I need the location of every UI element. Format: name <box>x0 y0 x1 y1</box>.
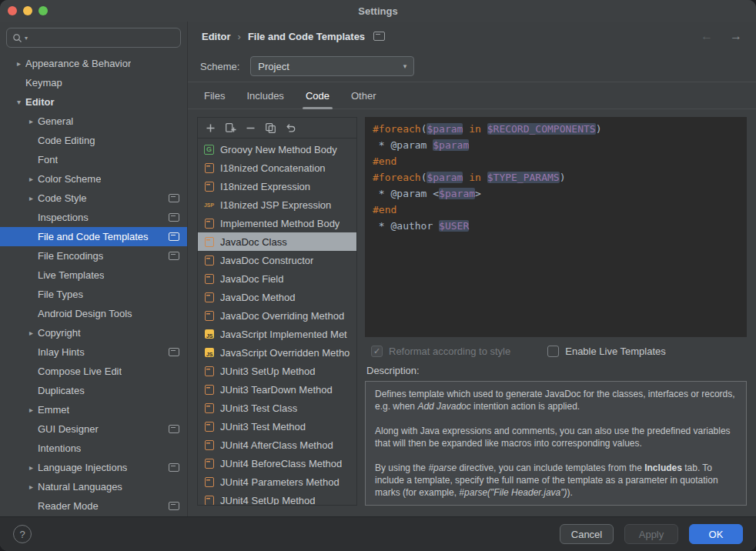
chevron-right-icon[interactable]: ▸ <box>25 463 38 472</box>
template-item-junit4-beforeclass-method[interactable]: JUnit4 BeforeClass Method <box>198 454 356 473</box>
template-item-label: JavaScript Implemented Met <box>220 329 347 340</box>
sidebar-item-label: Copyright <box>38 327 81 339</box>
back-arrow-icon[interactable]: ← <box>701 30 713 42</box>
template-item-javascript-implemented-met[interactable]: JSJavaScript Implemented Met <box>198 325 356 343</box>
chevron-right-icon[interactable]: ▸ <box>25 483 38 491</box>
ok-button[interactable]: OK <box>689 524 743 544</box>
template-detail-panel: #foreach($param in $RECORD_COMPONENTS) *… <box>365 117 747 506</box>
template-item-junit3-setup-method[interactable]: JUnit3 SetUp Method <box>198 362 356 380</box>
template-item-i18nized-expression[interactable]: I18nized Expression <box>198 177 356 195</box>
code-line: #foreach($param in $RECORD_COMPONENTS) <box>373 121 739 137</box>
sidebar-item-inlay-hints[interactable]: Inlay Hints <box>0 342 187 362</box>
sidebar-item-label: File Types <box>38 289 83 300</box>
forward-arrow-icon[interactable]: → <box>730 30 742 42</box>
sidebar-item-label: Code Editing <box>38 135 95 146</box>
add-button[interactable] <box>205 122 216 134</box>
tab-code[interactable]: Code <box>296 82 340 109</box>
template-item-junit4-setup-method[interactable]: JUnit4 SetUp Method <box>198 491 356 505</box>
reformat-checkbox[interactable]: ✓ Reformat according to style <box>371 346 510 357</box>
template-item-javadoc-class[interactable]: JavaDoc Class <box>198 232 356 251</box>
template-item-i18nized-concatenation[interactable]: I18nized Concatenation <box>198 159 356 177</box>
traffic-lights <box>0 6 48 15</box>
remove-button[interactable] <box>245 122 256 134</box>
sidebar-item-language-injections[interactable]: ▸Language Injections <box>0 458 187 477</box>
template-item-label: JavaScript Overridden Metho <box>220 347 350 359</box>
enable-live-templates-checkbox[interactable]: Enable Live Templates <box>547 346 666 357</box>
template-icon <box>205 496 214 506</box>
sidebar-item-gui-designer[interactable]: GUI Designer <box>0 419 187 439</box>
template-item-i18nized-jsp-expression[interactable]: JSPI18nized JSP Expression <box>198 195 356 214</box>
chevron-right-icon[interactable]: ▸ <box>12 59 25 68</box>
template-item-junit4-parameters-method[interactable]: JUnit4 Parameters Method <box>198 473 356 491</box>
search-history-chevron-icon[interactable]: ▾ <box>25 35 28 42</box>
duplicate-button[interactable] <box>265 122 276 134</box>
sidebar-item-code-style[interactable]: ▸Code Style <box>0 189 187 208</box>
copy-button[interactable] <box>225 122 236 134</box>
chevron-right-icon[interactable]: ▸ <box>25 175 38 183</box>
sidebar-item-android-design-tools[interactable]: Android Design Tools <box>0 304 187 323</box>
template-item-implemented-method-body[interactable]: Implemented Method Body <box>198 214 356 232</box>
revert-button[interactable] <box>285 122 296 134</box>
monitor-icon <box>169 213 179 222</box>
template-item-junit3-test-method[interactable]: JUnit3 Test Method <box>198 417 356 436</box>
tab-other[interactable]: Other <box>341 82 386 109</box>
sidebar-item-code-editing[interactable]: Code Editing <box>0 131 187 150</box>
template-icon <box>205 403 214 413</box>
monitor-icon <box>169 463 179 472</box>
template-item-junit3-teardown-method[interactable]: JUnit3 TearDown Method <box>198 380 356 399</box>
sidebar-item-inspections[interactable]: Inspections <box>0 208 187 227</box>
settings-search-input[interactable] <box>30 32 175 45</box>
template-item-javascript-overridden-metho[interactable]: JSJavaScript Overridden Metho <box>198 343 356 362</box>
chevron-right-icon[interactable]: ▸ <box>25 406 38 414</box>
sidebar-item-keymap[interactable]: Keymap <box>0 73 187 92</box>
description-label: Description: <box>365 365 747 381</box>
breadcrumb-editor[interactable]: Editor <box>202 31 231 42</box>
template-item-label: Groovy New Method Body <box>220 144 337 155</box>
chevron-right-icon[interactable]: ▸ <box>25 329 38 337</box>
template-item-javadoc-overriding-method[interactable]: JavaDoc Overriding Method <box>198 306 356 325</box>
chevron-right-icon[interactable]: ▸ <box>25 117 38 125</box>
search-box[interactable]: ▾ <box>6 28 181 48</box>
template-item-label: I18nized Expression <box>220 181 310 192</box>
sidebar-item-live-templates[interactable]: Live Templates <box>0 265 187 285</box>
sidebar-item-emmet[interactable]: ▸Emmet <box>0 400 187 419</box>
remove-icon <box>245 122 256 134</box>
template-item-junit4-afterclass-method[interactable]: JUnit4 AfterClass Method <box>198 436 356 454</box>
sidebar-item-appearance-behavior[interactable]: ▸Appearance & Behavior <box>0 54 187 73</box>
template-item-groovy-new-method-body[interactable]: GGroovy New Method Body <box>198 140 356 159</box>
sidebar-item-file-encodings[interactable]: File Encodings <box>0 246 187 265</box>
sidebar-item-duplicates[interactable]: Duplicates <box>0 381 187 400</box>
template-icon <box>205 182 214 192</box>
apply-button[interactable]: Apply <box>624 524 678 544</box>
template-editor[interactable]: #foreach($param in $RECORD_COMPONENTS) *… <box>365 117 747 337</box>
minimize-button[interactable] <box>23 6 32 15</box>
chevron-right-icon[interactable]: ▸ <box>25 194 38 202</box>
monitor-icon <box>169 252 179 260</box>
breadcrumb-separator: › <box>238 31 241 42</box>
template-item-javadoc-method[interactable]: JavaDoc Method <box>198 288 356 306</box>
sidebar-item-intentions[interactable]: Intentions <box>0 439 187 458</box>
cancel-button[interactable]: Cancel <box>560 524 614 544</box>
template-item-junit3-test-class[interactable]: JUnit3 Test Class <box>198 399 356 417</box>
tab-includes[interactable]: Includes <box>236 82 293 109</box>
sidebar-item-file-and-code-templates[interactable]: File and Code Templates <box>0 227 187 246</box>
sidebar-item-copyright[interactable]: ▸Copyright <box>0 323 187 342</box>
zoom-button[interactable] <box>38 6 48 15</box>
sidebar-item-natural-languages[interactable]: ▸Natural Languages <box>0 477 187 496</box>
scheme-select[interactable]: Project ▾ <box>250 56 414 76</box>
sidebar-item-editor[interactable]: ▾Editor <box>0 92 187 112</box>
template-item-javadoc-constructor[interactable]: JavaDoc Constructor <box>198 251 356 269</box>
close-button[interactable] <box>8 6 17 15</box>
chevron-down-icon[interactable]: ▾ <box>12 98 25 106</box>
template-file-icon <box>203 476 215 488</box>
sidebar-item-reader-mode[interactable]: Reader Mode <box>0 496 187 516</box>
sidebar-item-file-types[interactable]: File Types <box>0 285 187 304</box>
sidebar-item-compose-live-edit[interactable]: Compose Live Edit <box>0 362 187 381</box>
help-button[interactable]: ? <box>13 525 32 543</box>
sidebar-item-font[interactable]: Font <box>0 150 187 169</box>
sidebar-item-color-scheme[interactable]: ▸Color Scheme <box>0 169 187 189</box>
sidebar-item-general[interactable]: ▸General <box>0 112 187 131</box>
tab-files[interactable]: Files <box>194 82 235 109</box>
template-item-javadoc-field[interactable]: JavaDoc Field <box>198 269 356 288</box>
breadcrumb-file-and-code-templates[interactable]: File and Code Templates <box>248 31 365 42</box>
